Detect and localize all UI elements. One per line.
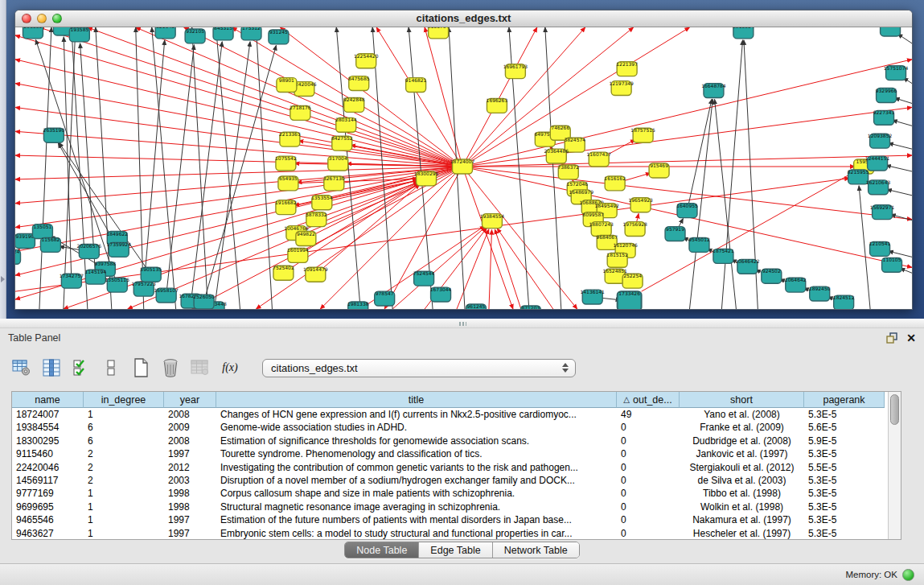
table-cell[interactable]: 5.3E-5 xyxy=(804,447,885,460)
graph-node[interactable]: 20206576 xyxy=(77,243,102,258)
table-cell[interactable]: 0 xyxy=(617,447,680,460)
table-cell[interactable]: 1 xyxy=(84,487,164,500)
import-table-icon[interactable] xyxy=(190,357,211,378)
table-cell[interactable]: 0 xyxy=(617,421,680,434)
table-cell[interactable]: 1 xyxy=(84,513,164,526)
table-cell[interactable]: 18724007 xyxy=(12,408,84,421)
table-cell[interactable]: 49 xyxy=(617,408,680,421)
column-header[interactable]: short xyxy=(680,392,804,408)
graph-node[interactable]: 175312 xyxy=(241,27,261,40)
table-cell[interactable]: 9115460 xyxy=(12,447,84,460)
graph-node[interactable]: 193124 xyxy=(15,249,20,264)
graph-node[interactable]: 1353554 xyxy=(311,195,333,210)
table-cell[interactable]: 6 xyxy=(84,435,164,447)
table-cell[interactable]: 9463627 xyxy=(12,527,84,539)
graph-node[interactable]: 2635190 xyxy=(43,127,65,142)
table-cell[interactable]: 1998 xyxy=(164,501,216,513)
graph-node[interactable]: 19756928 xyxy=(622,221,647,237)
graph-node[interactable]: 12093852 xyxy=(868,133,893,148)
graph-node[interactable]: 1616162 xyxy=(604,175,626,191)
table-cell[interactable]: Changes of HCN gene expression and I(f) … xyxy=(216,408,617,421)
column-header[interactable]: △out_de... xyxy=(617,392,680,408)
graph-node[interactable]: 20364486 xyxy=(544,148,569,163)
graph-node[interactable]: 9227343 xyxy=(873,109,895,125)
scrollbar-thumb[interactable] xyxy=(890,394,899,425)
edit-columns-icon[interactable] xyxy=(41,357,62,378)
graph-node[interactable]: 193585 xyxy=(69,27,89,42)
table-cell[interactable]: Yano et al. (2008) xyxy=(680,408,804,421)
table-row[interactable]: 1872400712008Changes of HCN gene express… xyxy=(12,408,888,421)
graph-node[interactable]: 252254 xyxy=(622,273,643,288)
zoom-button[interactable] xyxy=(52,14,62,23)
graph-node[interactable]: 5878332 xyxy=(306,212,327,227)
table-cell[interactable]: 0 xyxy=(617,487,680,500)
table-cell[interactable]: Estimation of the future numbers of pati… xyxy=(216,513,617,526)
table-cell[interactable]: 2 xyxy=(84,461,164,474)
graph-node[interactable]: 654935 xyxy=(278,175,298,191)
delete-icon[interactable] xyxy=(160,357,181,378)
column-header[interactable]: year xyxy=(164,392,216,408)
graph-node[interactable]: 1696263 xyxy=(487,97,508,113)
graph-node[interactable]: 15751074 xyxy=(884,65,909,80)
graph-node[interactable]: 19654923 xyxy=(628,197,653,212)
table-cell[interactable]: 9699695 xyxy=(12,501,84,513)
table-cell[interactable]: 5.3E-5 xyxy=(804,527,885,539)
graph-node[interactable]: 1075542 xyxy=(275,155,297,171)
table-cell[interactable]: Dudbridge et al. (2008) xyxy=(680,435,804,447)
table-cell[interactable]: 2 xyxy=(84,474,164,487)
graph-node[interactable]: 16958107 xyxy=(154,287,179,303)
new-document-icon[interactable] xyxy=(130,357,151,378)
table-cell[interactable]: 1 xyxy=(84,527,164,539)
table-cell[interactable]: 2009 xyxy=(164,421,216,434)
graph-node[interactable]: 206555 xyxy=(23,27,43,39)
collapse-arrow-icon[interactable] xyxy=(1,276,5,282)
graph-node[interactable]: 7386372 xyxy=(557,164,579,179)
graph-node[interactable]: 924502 xyxy=(762,268,782,283)
graph-node[interactable]: 8135704 xyxy=(428,27,450,39)
table-selector-dropdown[interactable]: citations_edges.txt xyxy=(262,359,576,377)
table-row[interactable]: 1456911722003Disruption of a novel membe… xyxy=(12,474,888,487)
table-cell[interactable]: 2008 xyxy=(164,435,216,447)
table-cell[interactable]: 2008 xyxy=(164,408,216,421)
column-header[interactable]: in_degree xyxy=(84,392,164,408)
select-all-rows-icon[interactable] xyxy=(71,357,92,378)
graph-node[interactable]: 110105 xyxy=(882,257,902,272)
graph-node[interactable]: 1875421 xyxy=(713,248,734,263)
table-cell[interactable]: 2012 xyxy=(164,461,216,474)
graph-node[interactable]: 115682 xyxy=(40,237,60,252)
tab-node-table[interactable]: Node Table xyxy=(345,542,419,558)
table-cell[interactable]: 1997 xyxy=(164,447,216,460)
table-cell[interactable]: Embryonic stem cells: a model to study s… xyxy=(216,527,617,539)
column-header[interactable]: title xyxy=(216,392,617,408)
network-canvas[interactable]: 2242004698901924284827181762803144221336… xyxy=(15,27,912,309)
graph-node[interactable]: 2526050 xyxy=(193,294,215,309)
table-cell[interactable]: Estimation of significance thresholds fo… xyxy=(216,435,617,447)
table-cell[interactable]: Hescheler et al. (1997) xyxy=(680,527,804,539)
graph-node[interactable]: 157510 xyxy=(881,27,901,36)
graph-node[interactable]: 1916682 xyxy=(275,200,297,215)
vertical-scrollbar[interactable] xyxy=(888,392,901,539)
graph-node[interactable]: 9545012 xyxy=(688,237,710,252)
deselect-all-rows-icon[interactable] xyxy=(101,357,121,378)
table-cell[interactable]: 1998 xyxy=(164,487,216,500)
graph-node[interactable]: 1824512 xyxy=(833,295,855,309)
table-cell[interactable]: 1997 xyxy=(164,527,216,539)
table-cell[interactable]: 9777169 xyxy=(12,487,84,500)
graph-node[interactable]: 3267130 xyxy=(323,175,345,191)
network-canvas-container[interactable]: 2242004698901924284827181762803144221336… xyxy=(15,27,912,309)
tab-edge-table[interactable]: Edge Table xyxy=(419,542,492,558)
graph-node[interactable]: 12197349 xyxy=(609,80,634,96)
table-cell[interactable]: Franke et al. (2009) xyxy=(680,421,804,434)
table-cell[interactable]: Investigating the contribution of common… xyxy=(216,461,617,474)
table-row[interactable]: 2242004622012Investigating the contribut… xyxy=(12,461,888,474)
network-view-window[interactable]: citations_edges.txt 22420046989019242848… xyxy=(14,10,913,310)
graph-node[interactable]: 16961793 xyxy=(503,64,528,79)
table-cell[interactable]: 22420046 xyxy=(12,461,84,474)
table-cell[interactable]: 5.5E-5 xyxy=(804,461,885,474)
table-cell[interactable]: Disruption of a novel member of a sodium… xyxy=(216,474,617,487)
table-row[interactable]: 1938455462009Genome-wide association stu… xyxy=(12,421,888,434)
graph-node[interactable]: 1733426 xyxy=(618,290,642,309)
table-cell[interactable]: Tourette syndrome. Phenomenology and cla… xyxy=(216,447,617,460)
table-cell[interactable]: 0 xyxy=(617,461,680,474)
graph-node[interactable]: 7524544 xyxy=(413,270,435,286)
